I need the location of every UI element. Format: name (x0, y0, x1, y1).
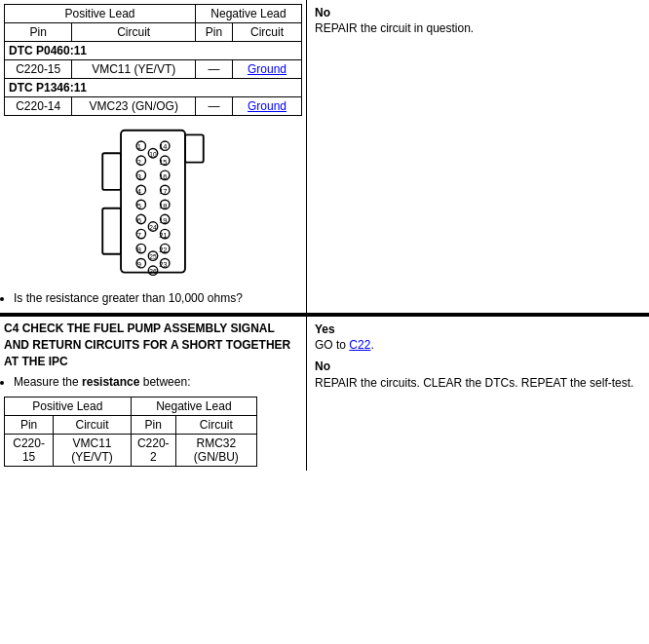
svg-text:6: 6 (137, 216, 141, 225)
svg-text:21: 21 (159, 231, 167, 240)
top-right-panel: No REPAIR the circuit in question. (307, 0, 649, 313)
positive-lead-header: Positive Lead (5, 5, 196, 23)
resistance-question-list: Is the resistance greater than 10,000 oh… (14, 291, 302, 305)
svg-text:5: 5 (137, 202, 141, 210)
bottom-row1-pos-pin: C220-15 (5, 435, 54, 467)
connector-svg: 1 2 3 4 5 6 7 8 9 14 (90, 126, 216, 282)
measure-label: Measure the (14, 375, 79, 389)
dtc1-header: DTC P0460:11 (5, 42, 302, 60)
bottom-section: C4 CHECK THE FUEL PUMP ASSEMBLY SIGNAL A… (0, 315, 649, 471)
dtc1-pin: C220-15 (5, 60, 72, 79)
svg-text:24: 24 (149, 224, 157, 231)
measure-list: Measure the resistance between: (14, 375, 302, 389)
top-circuit-table: Positive Lead Negative Lead Pin Circuit … (4, 4, 302, 116)
c22-link[interactable]: C22 (349, 338, 370, 352)
bottom-right-panel: Yes GO to C22. No REPAIR the circuits. C… (307, 317, 649, 471)
measure-bold: resistance (82, 375, 139, 389)
dtc2-pin: C220-14 (5, 97, 72, 116)
dtc1-circuit: VMC11 (YE/VT) (72, 60, 196, 79)
bottom-row1-neg-pin: C220-2 (131, 435, 175, 467)
top-left-panel: Positive Lead Negative Lead Pin Circuit … (0, 0, 307, 313)
svg-text:10: 10 (149, 151, 157, 158)
measure-end: between: (143, 375, 191, 389)
bottom-circuit-h2: Circuit (175, 416, 256, 435)
dtc1-neg[interactable]: Ground (233, 60, 302, 79)
bottom-circuit-h1: Circuit (54, 416, 132, 435)
svg-text:23: 23 (159, 260, 167, 269)
top-section: Positive Lead Negative Lead Pin Circuit … (0, 0, 649, 315)
svg-text:26: 26 (149, 268, 157, 275)
svg-rect-1 (102, 153, 121, 190)
svg-text:8: 8 (137, 246, 141, 254)
svg-text:14: 14 (159, 142, 167, 151)
bottom-row1-pos-circuit: VMC11 (YE/VT) (54, 435, 132, 467)
svg-text:15: 15 (159, 158, 167, 167)
svg-text:3: 3 (137, 172, 141, 181)
bottom-yes-text: GO to C22. (315, 338, 641, 352)
section-header: C4 CHECK THE FUEL PUMP ASSEMBLY SIGNAL A… (4, 321, 302, 369)
dtc2-sep: — (196, 97, 233, 116)
circuit-col-header1: Circuit (72, 23, 196, 42)
circuit-col-header2: Circuit (233, 23, 302, 42)
svg-text:18: 18 (159, 202, 167, 210)
bottom-positive-lead: Positive Lead (5, 398, 132, 416)
top-no-label: No (315, 6, 641, 19)
pin-col-header2: Pin (196, 23, 233, 42)
svg-text:17: 17 (159, 187, 167, 196)
dtc1-sep: — (196, 60, 233, 79)
bottom-no-label: No (315, 360, 641, 373)
dtc2-neg[interactable]: Ground (233, 97, 302, 116)
bottom-row1-neg-circuit: RMC32 (GN/BU) (175, 435, 256, 467)
connector-diagram: 1 2 3 4 5 6 7 8 9 14 (4, 126, 302, 282)
svg-text:1: 1 (137, 142, 141, 151)
svg-text:19: 19 (159, 216, 167, 225)
negative-lead-header: Negative Lead (196, 5, 302, 23)
svg-rect-3 (185, 134, 204, 162)
svg-text:4: 4 (137, 187, 141, 196)
svg-text:2: 2 (137, 158, 141, 167)
svg-text:7: 7 (137, 231, 141, 240)
svg-text:22: 22 (159, 246, 167, 254)
svg-text:25: 25 (149, 253, 157, 260)
dtc2-circuit: VMC23 (GN/OG) (72, 97, 196, 116)
bottom-left-panel: C4 CHECK THE FUEL PUMP ASSEMBLY SIGNAL A… (0, 317, 307, 471)
bottom-yes-label: Yes (315, 322, 641, 336)
dtc2-header: DTC P1346:11 (5, 79, 302, 97)
bottom-no-text: REPAIR the circuits. CLEAR the DTCs. REP… (315, 375, 641, 392)
svg-text:9: 9 (137, 260, 141, 269)
bottom-circuit-table: Positive Lead Negative Lead Pin Circuit … (4, 397, 257, 467)
svg-text:16: 16 (159, 172, 167, 181)
top-no-text: REPAIR the circuit in question. (315, 21, 641, 35)
bottom-pin-h2: Pin (131, 416, 175, 435)
bottom-negative-lead: Negative Lead (131, 398, 256, 416)
resistance-question-text: Is the resistance greater than 10,000 oh… (14, 291, 243, 305)
pin-col-header1: Pin (5, 23, 72, 42)
bottom-pin-h1: Pin (5, 416, 54, 435)
svg-rect-2 (102, 208, 121, 254)
